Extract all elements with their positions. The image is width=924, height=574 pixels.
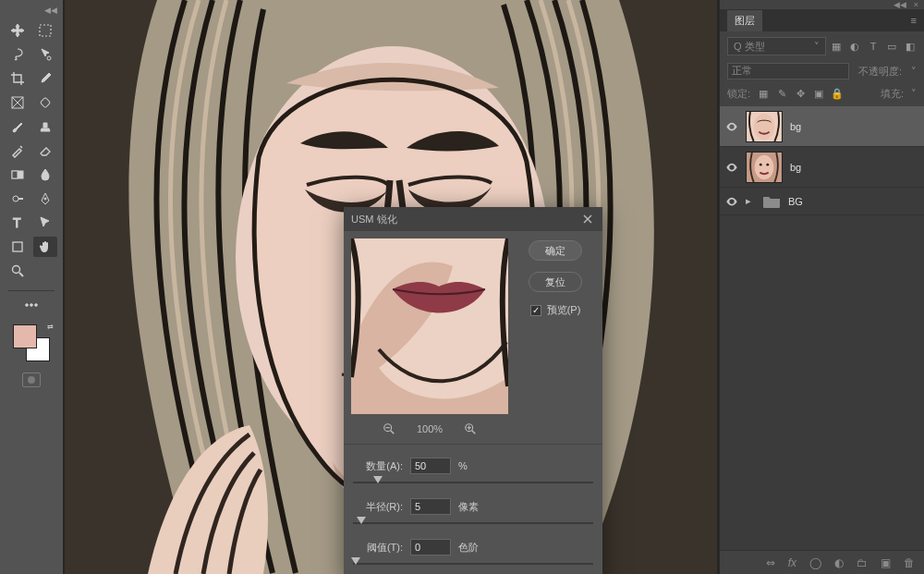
svg-point-15: [30, 304, 33, 307]
clone-stamp-tool[interactable]: [33, 116, 57, 137]
dialog-title-text: USM 锐化: [351, 213, 397, 226]
radius-slider[interactable]: [353, 517, 593, 530]
layer-thumbnail[interactable]: [746, 152, 783, 183]
lock-all-icon[interactable]: 🔒: [832, 89, 843, 100]
quick-mask-button[interactable]: [22, 372, 41, 387]
reset-button[interactable]: 复位: [529, 272, 582, 292]
filter-smart-icon[interactable]: ◧: [904, 40, 917, 53]
layer-row[interactable]: ▸ BG: [720, 188, 924, 215]
ok-button[interactable]: 确定: [529, 240, 582, 261]
preview-checkbox-row[interactable]: ✓ 预览(P): [530, 303, 581, 317]
dialog-preview[interactable]: [351, 238, 508, 414]
toolbar-collapse[interactable]: ◀◀: [0, 6, 63, 15]
visibility-icon[interactable]: [725, 195, 738, 208]
lasso-tool[interactable]: [6, 44, 30, 65]
new-group-icon[interactable]: 🗀: [857, 556, 868, 569]
zoom-in-icon[interactable]: [463, 421, 478, 436]
opacity-label: 不透明度:: [858, 65, 902, 79]
svg-point-9: [44, 198, 46, 200]
layer-row[interactable]: bg: [720, 147, 924, 188]
layer-name[interactable]: bg: [790, 162, 918, 173]
lock-artboard-icon[interactable]: ▣: [813, 89, 824, 100]
gradient-tool[interactable]: [6, 165, 30, 185]
lock-brush-icon[interactable]: ✎: [776, 89, 787, 100]
layer-fx-icon[interactable]: fx: [788, 556, 796, 569]
layer-row[interactable]: bg: [720, 106, 924, 147]
layer-name[interactable]: BG: [788, 196, 918, 207]
layer-thumbnail[interactable]: [746, 111, 783, 142]
brush-tool[interactable]: [6, 116, 30, 137]
hand-tool[interactable]: [33, 237, 57, 257]
left-toolbar: ◀◀ T ⇄: [0, 0, 63, 574]
svg-point-1: [47, 56, 51, 60]
more-tools[interactable]: [21, 295, 42, 315]
threshold-input[interactable]: [410, 539, 451, 556]
path-select-tool[interactable]: [33, 213, 57, 233]
right-panels: ◀◀× 图层 ≡ Q 类型 ˅ ▦ ◐ T ▭ ◧ 正常 不透明度: ˅ 锁: [719, 0, 924, 574]
layer-mask-icon[interactable]: ◯: [809, 556, 821, 569]
svg-point-16: [35, 304, 38, 307]
panel-menu-icon[interactable]: ≡: [911, 15, 917, 26]
filter-shape-icon[interactable]: ▭: [885, 40, 898, 53]
close-icon[interactable]: [580, 212, 595, 226]
eyedropper-tool[interactable]: [33, 68, 57, 89]
amount-input[interactable]: [410, 458, 451, 474]
pen-tool[interactable]: [33, 189, 57, 209]
amount-label: 数量(A):: [353, 459, 403, 473]
filter-adjust-icon[interactable]: ◐: [848, 40, 861, 53]
radius-input[interactable]: [410, 498, 451, 515]
new-layer-icon[interactable]: ▣: [881, 556, 891, 569]
document-canvas[interactable]: USM 锐化: [65, 0, 717, 574]
shape-tool[interactable]: [6, 237, 30, 257]
svg-rect-0: [40, 25, 51, 36]
preview-label: 预览(P): [547, 303, 581, 317]
eraser-tool[interactable]: [33, 140, 57, 161]
svg-rect-11: [13, 242, 22, 251]
type-tool[interactable]: T: [6, 213, 30, 233]
link-layers-icon[interactable]: ⇔: [766, 556, 775, 569]
threshold-slider[interactable]: [353, 557, 593, 570]
zoom-level: 100%: [417, 423, 443, 434]
layers-tab[interactable]: 图层: [727, 10, 762, 31]
layer-name[interactable]: bg: [790, 121, 918, 132]
quick-select-tool[interactable]: [33, 44, 57, 65]
marquee-tool[interactable]: [33, 20, 57, 41]
zoom-out-icon[interactable]: [382, 421, 396, 436]
svg-line-13: [19, 273, 23, 276]
lock-label: 锁定:: [727, 87, 750, 101]
amount-slider[interactable]: [353, 476, 593, 489]
layers-panel-header: 图层 ≡: [720, 9, 924, 31]
dodge-tool[interactable]: [6, 189, 30, 209]
canvas-area: USM 锐化: [63, 0, 719, 574]
svg-point-30: [755, 154, 774, 178]
lock-position-icon[interactable]: ✥: [795, 89, 806, 100]
lock-pixels-icon[interactable]: ▦: [758, 89, 769, 100]
svg-point-28: [754, 113, 775, 139]
delete-layer-icon[interactable]: 🗑: [904, 556, 915, 569]
filter-type-icon[interactable]: T: [867, 40, 880, 53]
adjustment-layer-icon[interactable]: ◐: [834, 556, 844, 569]
radius-unit: 像素: [458, 500, 486, 514]
blend-mode-select[interactable]: 正常: [727, 63, 849, 79]
svg-line-22: [391, 431, 395, 434]
swap-colors-icon[interactable]: ⇄: [47, 323, 54, 331]
radius-label: 半径(R):: [353, 500, 403, 514]
visibility-icon[interactable]: [725, 161, 738, 174]
visibility-icon[interactable]: [725, 120, 738, 133]
zoom-tool[interactable]: [6, 261, 30, 281]
preview-checkbox[interactable]: ✓: [530, 305, 541, 316]
frame-tool[interactable]: [6, 92, 30, 113]
history-brush-tool[interactable]: [6, 140, 30, 161]
foreground-color[interactable]: [13, 324, 37, 348]
move-tool[interactable]: [6, 20, 30, 41]
color-swatches[interactable]: ⇄: [13, 324, 50, 361]
crop-tool[interactable]: [6, 68, 30, 89]
healing-brush-tool[interactable]: [33, 92, 57, 113]
blur-tool[interactable]: [33, 165, 57, 185]
layers-panel-footer: ⇔ fx ◯ ◐ 🗀 ▣ 🗑: [720, 550, 924, 574]
group-expand-icon[interactable]: ▸: [746, 195, 755, 207]
dialog-titlebar[interactable]: USM 锐化: [344, 207, 602, 231]
layer-search[interactable]: Q 类型 ˅: [727, 37, 826, 55]
filter-image-icon[interactable]: ▦: [830, 40, 843, 53]
panel-collapse-icon[interactable]: ◀◀: [894, 0, 906, 9]
